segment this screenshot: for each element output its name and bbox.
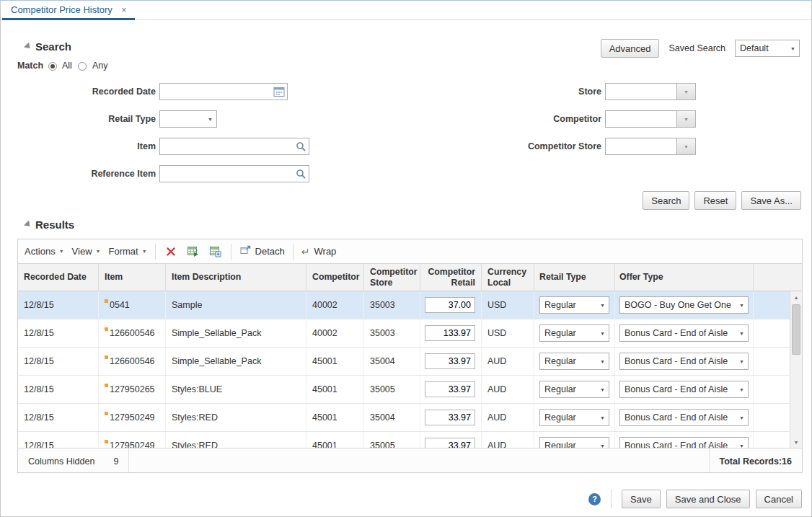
cell-competitor: 40002 — [306, 291, 364, 319]
search-button[interactable]: Search — [643, 191, 689, 210]
offer-type-select[interactable]: Bonus Card - End of Aisle▼ — [619, 353, 749, 370]
reference-item-input[interactable] — [159, 165, 309, 182]
format-menu[interactable]: Format ▼ — [108, 246, 146, 257]
format-menu-label: Format — [108, 246, 138, 257]
chevron-down-icon: ▼ — [208, 117, 213, 122]
cell-competitor-retail — [420, 376, 482, 403]
table-row[interactable]: 12/8/15 127950249 Styles:RED 45001 35005… — [18, 432, 802, 448]
retail-type-select[interactable]: ▼ — [159, 110, 217, 128]
offer-type-select[interactable]: Bonus Card - End of Aisle▼ — [619, 409, 749, 426]
search-icon[interactable] — [296, 169, 306, 179]
actions-menu[interactable]: Actions ▼ — [25, 246, 64, 257]
cell-offer-type: Bonus Card - End of Aisle▼ — [615, 376, 754, 403]
retail-type-select[interactable]: Regular▼ — [539, 324, 609, 342]
retail-type-select[interactable]: Regular▼ — [539, 409, 609, 426]
competitor-store-dropdown-button[interactable]: ▼ — [677, 138, 696, 155]
match-any-label: Any — [92, 61, 108, 71]
cell-currency-local: AUD — [482, 348, 534, 375]
detach-button[interactable]: Detach — [239, 244, 285, 258]
tab-competitor-price-history[interactable]: Competitor Price History × — [2, 1, 135, 20]
search-icon[interactable] — [296, 141, 306, 151]
table-row[interactable]: 12/8/15 127950265 Styles:BLUE 45001 3500… — [18, 376, 802, 404]
cell-competitor-store: 35003 — [364, 291, 420, 319]
calendar-icon[interactable] — [273, 86, 285, 97]
saved-search-select[interactable]: Default ▼ — [735, 40, 800, 57]
scroll-down-icon[interactable]: ▼ — [790, 436, 802, 448]
match-any-radio[interactable] — [78, 62, 87, 71]
wrap-button[interactable]: ↵ Wrap — [301, 246, 337, 257]
cell-item-description: Sample — [166, 291, 306, 319]
results-disclosure-icon[interactable] — [25, 222, 32, 227]
competitor-retail-input[interactable] — [425, 438, 475, 448]
offer-type-select[interactable]: BOGO - Buy One Get One▼ — [619, 296, 749, 314]
column-header-competitor[interactable]: Competitor — [306, 264, 364, 291]
chevron-down-icon: ▼ — [739, 415, 744, 420]
store-label: Store — [457, 87, 601, 97]
help-icon[interactable]: ? — [588, 493, 601, 505]
cell-item: 127950249 — [99, 432, 166, 448]
offer-type-select[interactable]: Bonus Card - End of Aisle▼ — [619, 324, 749, 342]
advanced-button[interactable]: Advanced — [601, 39, 660, 58]
competitor-store-input[interactable] — [605, 138, 677, 155]
store-dropdown-button[interactable]: ▼ — [677, 83, 696, 100]
competitor-retail-input[interactable] — [425, 381, 475, 397]
tab-label: Competitor Price History — [11, 4, 112, 15]
view-menu[interactable]: View ▼ — [72, 246, 101, 257]
cell-retail-type: Regular▼ — [534, 432, 615, 448]
reset-button[interactable]: Reset — [694, 191, 736, 210]
retail-type-select[interactable]: Regular▼ — [539, 381, 609, 398]
competitor-dropdown-button[interactable]: ▼ — [677, 110, 696, 128]
column-header-item-description[interactable]: Item Description — [166, 264, 306, 291]
table-row[interactable]: 12/8/15 126600546 Simple_Sellable_Pack 4… — [18, 348, 802, 376]
cell-item-description: Styles:RED — [166, 432, 306, 448]
save-button[interactable]: Save — [622, 490, 661, 508]
retail-type-select[interactable]: Regular▼ — [539, 296, 609, 314]
recorded-date-input[interactable] — [159, 83, 288, 100]
offer-type-select[interactable]: Bonus Card - End of Aisle▼ — [619, 437, 749, 448]
save-as-button[interactable]: Save As... — [741, 191, 801, 210]
table-row[interactable]: 12/8/15 127950249 Styles:RED 45001 35004… — [18, 404, 802, 432]
cell-currency-local: AUD — [482, 432, 534, 448]
competitor-retail-input[interactable] — [425, 353, 475, 369]
column-header-recorded-date[interactable]: Recorded Date — [18, 264, 99, 291]
cell-recorded-date: 12/8/15 — [18, 376, 99, 403]
cell-retail-type: Regular▼ — [534, 319, 615, 347]
column-header-currency-local[interactable]: Currency Local — [482, 264, 534, 291]
vertical-scrollbar[interactable]: ▲ ▼ — [790, 291, 802, 448]
toolbar-separator — [293, 244, 294, 260]
column-header-item[interactable]: Item — [99, 264, 166, 291]
edited-marker-icon — [105, 327, 108, 331]
retail-type-select[interactable]: Regular▼ — [539, 353, 609, 370]
results-toolbar: Actions ▼ View ▼ Format ▼ — [18, 239, 802, 264]
competitor-retail-input[interactable] — [425, 410, 475, 425]
offer-type-select[interactable]: Bonus Card - End of Aisle▼ — [619, 381, 749, 398]
scroll-up-icon[interactable]: ▲ — [790, 291, 802, 303]
store-input[interactable] — [605, 83, 677, 100]
competitor-input[interactable] — [605, 110, 677, 128]
competitor-field: ▼ — [605, 110, 696, 128]
column-header-offer-type[interactable]: Offer Type — [615, 264, 754, 291]
cell-retail-type: Regular▼ — [534, 376, 615, 403]
saved-search-value: Default — [740, 43, 769, 53]
scrollbar-thumb[interactable] — [792, 304, 800, 355]
cancel-button[interactable]: Cancel — [756, 490, 802, 508]
column-header-retail-type[interactable]: Retail Type — [534, 264, 615, 291]
retail-type-select[interactable]: Regular▼ — [539, 437, 609, 448]
match-all-radio[interactable] — [48, 62, 57, 71]
export-to-excel-icon[interactable] — [186, 244, 200, 259]
columns-hidden-panel: Columns Hidden 9 — [18, 448, 129, 473]
toolbar-separator — [155, 244, 156, 260]
competitor-retail-input[interactable] — [425, 325, 475, 341]
tab-close-icon[interactable]: × — [121, 4, 127, 15]
save-and-close-button[interactable]: Save and Close — [666, 490, 750, 508]
table-row[interactable]: 12/8/15 0541 Sample 40002 35003 USD Regu… — [18, 291, 802, 319]
delete-icon[interactable] — [164, 244, 178, 259]
column-header-competitor-retail[interactable]: Competitor Retail — [420, 264, 482, 291]
table-row[interactable]: 12/8/15 126600546 Simple_Sellable_Pack 4… — [18, 319, 802, 348]
item-input[interactable] — [159, 138, 309, 155]
search-disclosure-icon[interactable] — [25, 44, 32, 49]
cell-item: 126600546 — [99, 319, 166, 347]
column-header-competitor-store[interactable]: Competitor Store — [364, 264, 420, 291]
export-all-to-excel-icon[interactable] — [208, 244, 223, 259]
competitor-retail-input[interactable] — [425, 297, 475, 313]
